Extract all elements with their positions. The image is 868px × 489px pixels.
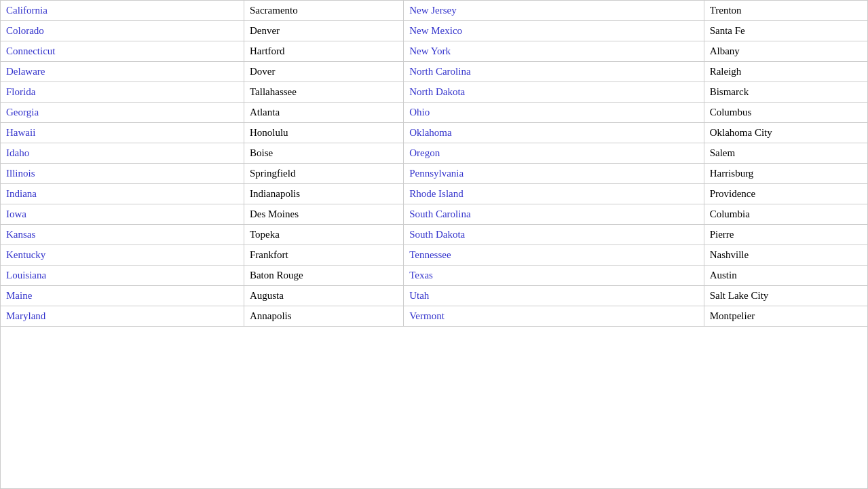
state-link-right[interactable]: Tennessee	[409, 249, 451, 260]
state-cell-right: New York	[404, 41, 704, 62]
table-row: Louisiana Baton Rouge Texas Austin	[1, 266, 867, 286]
state-cell-left: Florida	[1, 82, 244, 103]
state-cell-right: Ohio	[404, 103, 704, 123]
state-link-left[interactable]: Delaware	[6, 66, 45, 77]
state-link-left[interactable]: Idaho	[6, 147, 29, 158]
state-cell-right: Tennessee	[404, 245, 704, 266]
capital-text-left: Atlanta	[250, 107, 280, 117]
capital-text-right: Salt Lake City	[710, 290, 769, 301]
capital-cell-left: Springfield	[244, 164, 403, 184]
capital-cell-right: Columbia	[704, 204, 867, 225]
capital-cell-left: Hartford	[244, 41, 403, 62]
state-cell-right: Pennsylvania	[404, 164, 704, 184]
state-link-right[interactable]: Oregon	[409, 147, 440, 158]
state-cell-left: Hawaii	[1, 123, 244, 143]
states-table-container: California Sacramento New Jersey Trenton…	[0, 0, 868, 489]
table-row: Idaho Boise Oregon Salem	[1, 143, 867, 164]
state-cell-left: Kansas	[1, 225, 244, 245]
state-cell-left: Connecticut	[1, 41, 244, 62]
state-link-left[interactable]: Kentucky	[6, 249, 45, 260]
capital-cell-right: Providence	[704, 184, 867, 204]
state-cell-left: Iowa	[1, 204, 244, 225]
state-cell-right: North Dakota	[404, 82, 704, 103]
state-link-right[interactable]: New Jersey	[409, 5, 457, 16]
state-link-left[interactable]: Illinois	[6, 168, 35, 179]
state-link-left[interactable]: Hawaii	[6, 127, 35, 138]
capital-text-left: Denver	[250, 25, 280, 36]
state-link-left[interactable]: Florida	[6, 86, 35, 97]
table-row: Maine Augusta Utah Salt Lake City	[1, 286, 867, 306]
capital-cell-left: Honolulu	[244, 123, 403, 143]
state-cell-left: Idaho	[1, 143, 244, 164]
state-cell-left: Maryland	[1, 306, 244, 327]
state-cell-right: South Carolina	[404, 204, 704, 225]
capital-cell-right: Bismarck	[704, 82, 867, 103]
capital-cell-right: Albany	[704, 41, 867, 62]
state-link-left[interactable]: Maine	[6, 290, 32, 301]
capital-text-left: Baton Rouge	[250, 270, 303, 280]
state-link-left[interactable]: Kansas	[6, 229, 35, 240]
state-link-right[interactable]: Ohio	[409, 107, 430, 117]
state-link-left[interactable]: Georgia	[6, 107, 39, 117]
state-link-right[interactable]: Oklahoma	[409, 127, 451, 138]
capital-cell-left: Topeka	[244, 225, 403, 245]
capital-text-left: Indianapolis	[250, 188, 300, 199]
capital-text-right: Columbus	[710, 107, 752, 117]
state-cell-right: Oklahoma	[404, 123, 704, 143]
capital-cell-left: Tallahassee	[244, 82, 403, 103]
state-cell-left: Colorado	[1, 21, 244, 41]
state-cell-right: Texas	[404, 266, 704, 286]
table-row: Florida Tallahassee North Dakota Bismarc…	[1, 82, 867, 103]
state-link-left[interactable]: Louisiana	[6, 270, 46, 280]
capital-cell-left: Annapolis	[244, 306, 403, 327]
state-link-right[interactable]: New York	[409, 46, 451, 56]
capital-cell-right: Montpelier	[704, 306, 867, 327]
state-cell-left: Maine	[1, 286, 244, 306]
capital-text-right: Pierre	[710, 229, 734, 240]
table-row: Kentucky Frankfort Tennessee Nashville	[1, 245, 867, 266]
table-row: Iowa Des Moines South Carolina Columbia	[1, 204, 867, 225]
capital-cell-left: Des Moines	[244, 204, 403, 225]
state-cell-right: New Mexico	[404, 21, 704, 41]
capital-cell-left: Denver	[244, 21, 403, 41]
state-link-right[interactable]: North Dakota	[409, 86, 465, 97]
state-link-left[interactable]: California	[6, 5, 48, 16]
state-link-right[interactable]: Pennsylvania	[409, 168, 464, 179]
state-link-left[interactable]: Maryland	[6, 310, 45, 321]
state-cell-left: California	[1, 1, 244, 21]
state-link-left[interactable]: Colorado	[6, 25, 44, 36]
state-link-right[interactable]: South Dakota	[409, 229, 465, 240]
capital-text-right: Harrisburg	[710, 168, 754, 179]
capital-text-left: Springfield	[250, 168, 296, 179]
state-link-left[interactable]: Iowa	[6, 209, 26, 219]
capital-text-right: Bismarck	[710, 86, 749, 97]
table-row: Maryland Annapolis Vermont Montpelier	[1, 306, 867, 327]
table-row: Delaware Dover North Carolina Raleigh	[1, 62, 867, 82]
capital-text-left: Topeka	[250, 229, 280, 240]
capital-cell-right: Oklahoma City	[704, 123, 867, 143]
state-link-right[interactable]: Vermont	[409, 310, 445, 321]
state-cell-right: Vermont	[404, 306, 704, 327]
capital-text-right: Trenton	[710, 5, 742, 16]
state-link-right[interactable]: Texas	[409, 270, 433, 280]
capital-cell-left: Atlanta	[244, 103, 403, 123]
capital-cell-right: Salem	[704, 143, 867, 164]
capital-cell-right: Raleigh	[704, 62, 867, 82]
state-link-right[interactable]: North Carolina	[409, 66, 470, 77]
capital-cell-left: Indianapolis	[244, 184, 403, 204]
capital-cell-right: Pierre	[704, 225, 867, 245]
state-link-left[interactable]: Connecticut	[6, 46, 55, 56]
capital-cell-right: Santa Fe	[704, 21, 867, 41]
state-link-right[interactable]: New Mexico	[409, 25, 462, 36]
table-row: Kansas Topeka South Dakota Pierre	[1, 225, 867, 245]
state-link-right[interactable]: South Carolina	[409, 209, 470, 219]
state-cell-right: North Carolina	[404, 62, 704, 82]
capital-text-left: Augusta	[250, 290, 284, 301]
capital-cell-right: Austin	[704, 266, 867, 286]
state-link-right[interactable]: Rhode Island	[409, 188, 464, 199]
state-link-right[interactable]: Utah	[409, 290, 429, 301]
capital-cell-left: Dover	[244, 62, 403, 82]
capital-text-right: Albany	[710, 46, 740, 56]
state-cell-left: Indiana	[1, 184, 244, 204]
state-link-left[interactable]: Indiana	[6, 188, 37, 199]
